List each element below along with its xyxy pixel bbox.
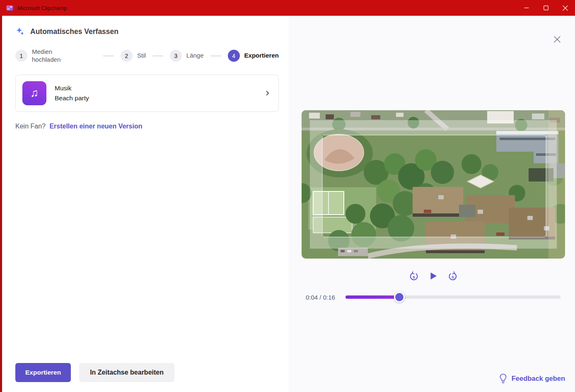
step-separator — [210, 56, 221, 56]
close-preview-button[interactable] — [551, 33, 563, 46]
step-4-label: Exportieren — [244, 52, 279, 60]
step-laenge[interactable]: 3 Länge — [170, 50, 204, 62]
content-area: Automatisches Verfassen 1 Medien hochlad… — [0, 16, 575, 392]
step-2-label: Stil — [137, 52, 146, 60]
app-window: Microsoft Clipchamp A — [0, 0, 575, 392]
forward-5-button[interactable]: 5 — [446, 269, 459, 283]
feedback-label: Feedback geben — [512, 375, 565, 382]
step-stil[interactable]: 2 Stil — [121, 50, 146, 62]
music-card-title: Musik — [55, 85, 89, 92]
step-4-circle: 4 — [228, 50, 240, 62]
rewind-5-button[interactable]: 5 — [407, 269, 420, 283]
lightbulb-icon — [499, 373, 507, 384]
feedback-link[interactable]: Feedback geben — [499, 373, 565, 384]
recreate-row: Kein Fan? Erstellen einer neuen Version — [15, 123, 289, 130]
svg-text:5: 5 — [452, 275, 454, 279]
step-medien-hochladen[interactable]: 1 Medien hochladen — [15, 48, 68, 64]
music-icon: ♫ — [22, 81, 46, 105]
minimize-button[interactable] — [517, 0, 536, 16]
seek-slider[interactable] — [345, 292, 561, 302]
sparkle-icon — [15, 27, 25, 36]
page-title: Automatisches Verfassen — [30, 27, 118, 36]
bottom-actions: Exportieren In Zeitachse bearbeiten — [15, 363, 174, 382]
recreate-link[interactable]: Erstellen einer neuen Version — [49, 123, 142, 130]
step-separator — [103, 56, 114, 56]
step-3-circle: 3 — [170, 50, 182, 62]
step-separator — [152, 56, 163, 56]
music-card-text: Musik Beach party — [55, 85, 89, 102]
preview-panel: 5 5 0:04 / 0:16 — [289, 16, 575, 392]
export-button[interactable]: Exportieren — [15, 363, 71, 382]
seek-slider-thumb[interactable] — [394, 292, 405, 302]
step-1-circle: 1 — [15, 50, 27, 62]
clipchamp-logo-icon — [6, 5, 13, 11]
titlebar: Microsoft Clipchamp — [0, 0, 575, 16]
music-card[interactable]: ♫ Musik Beach party › — [15, 75, 279, 112]
play-button[interactable] — [427, 270, 440, 282]
step-1-label: Medien hochladen — [32, 48, 68, 64]
timeline-row: 0:04 / 0:16 — [306, 292, 561, 302]
window-controls — [517, 0, 575, 16]
music-card-subtitle: Beach party — [55, 94, 89, 102]
recreate-prompt: Kein Fan? — [15, 123, 46, 130]
autocompose-panel: Automatisches Verfassen 1 Medien hochlad… — [0, 16, 289, 392]
maximize-button[interactable] — [536, 0, 556, 16]
step-3-label: Länge — [186, 52, 204, 60]
seek-slider-fill — [345, 295, 399, 299]
edit-timeline-button[interactable]: In Zeitachse bearbeiten — [79, 363, 174, 382]
chevron-right-icon: › — [266, 87, 269, 98]
time-display: 0:04 / 0:16 — [306, 294, 345, 301]
music-note-icon: ♫ — [30, 87, 39, 99]
stepper: 1 Medien hochladen 2 Stil 3 Länge 4 Expo… — [15, 48, 280, 64]
step-2-circle: 2 — [121, 50, 133, 62]
panel-header: Automatisches Verfassen — [15, 27, 289, 36]
step-exportieren[interactable]: 4 Exportieren — [228, 50, 279, 62]
close-button[interactable] — [556, 0, 575, 16]
video-preview[interactable] — [302, 110, 565, 259]
svg-text:5: 5 — [413, 275, 415, 279]
app-title: Microsoft Clipchamp — [17, 5, 67, 11]
playback-controls: 5 5 — [302, 269, 565, 283]
